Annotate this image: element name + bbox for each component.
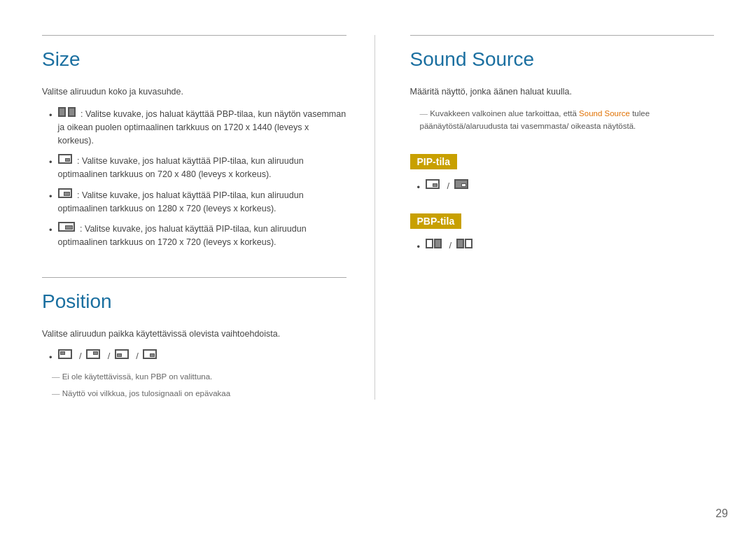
pos-icon-tl bbox=[58, 349, 72, 359]
pip-bl bbox=[117, 353, 122, 357]
list-item: • : Valitse kuvake, jos haluat käyttää P… bbox=[49, 107, 346, 147]
pbp-tila-icons: / bbox=[426, 239, 475, 253]
position-desc: Valitse aliruudun paikka käytettävissä o… bbox=[42, 327, 346, 341]
pip-wrap-med bbox=[58, 188, 72, 198]
pip-dark-wrap bbox=[454, 179, 468, 189]
left-column: Size Valitse aliruudun koko ja kuvasuhde… bbox=[42, 35, 375, 400]
bullet-dot: • bbox=[49, 108, 52, 122]
pip-small-icon bbox=[58, 154, 72, 164]
list-item-content: : Valitse kuvake, jos haluat käyttää PIP… bbox=[58, 222, 346, 249]
pip-tila-icons: / bbox=[426, 179, 471, 193]
bullet-dot: • bbox=[417, 181, 421, 195]
position-title: Position bbox=[42, 290, 346, 313]
pbp-dark-left-icon bbox=[456, 239, 472, 248]
position-note2: Näyttö voi vilkkua, jos tulosignaali on … bbox=[42, 388, 346, 400]
size-title: Size bbox=[42, 48, 346, 71]
bullet-dot: • bbox=[49, 155, 52, 169]
bullet-dot: • bbox=[49, 190, 52, 204]
slash2: / bbox=[108, 351, 111, 361]
pip-med-icon bbox=[58, 188, 72, 198]
slash-pbp: / bbox=[449, 240, 452, 251]
screen-half-dark2 bbox=[68, 107, 76, 117]
top-divider bbox=[42, 35, 346, 36]
pip-large-icon bbox=[58, 222, 75, 232]
pip-wrap bbox=[58, 154, 72, 164]
pip-tila-item: • / bbox=[417, 179, 715, 195]
pos-wrap-bl bbox=[115, 349, 129, 359]
pos-wrap-tr bbox=[86, 349, 100, 359]
list-item-content: : Valitse kuvake, jos haluat käyttää PBP… bbox=[58, 107, 346, 147]
slash-pip: / bbox=[447, 181, 450, 191]
pbp-wide-icon bbox=[58, 107, 76, 117]
pip-inner-white bbox=[433, 183, 438, 187]
pos-wrap-br bbox=[143, 349, 157, 359]
pip-tr bbox=[93, 351, 98, 355]
pip-tl bbox=[60, 351, 65, 355]
pbp-tila-list: • / bbox=[410, 239, 715, 254]
bullet-dot: • bbox=[49, 223, 52, 237]
pip-inner-med bbox=[64, 192, 70, 196]
sound-desc: Määritä näyttö, jonka äänen haluat kuull… bbox=[410, 85, 715, 99]
pos-icon-br bbox=[143, 349, 157, 359]
pbp-dual-dark bbox=[456, 239, 472, 248]
pip-tila-badge: PIP-tila bbox=[410, 154, 457, 169]
page-number: 29 bbox=[715, 507, 728, 520]
list-item: • : Valitse kuvake, jos haluat käyttää P… bbox=[49, 154, 346, 181]
pip-inner bbox=[65, 158, 70, 162]
slash3: / bbox=[136, 351, 139, 361]
pip-br bbox=[150, 353, 155, 357]
pbp-white-left-icon bbox=[426, 239, 442, 248]
position-icons-row: / / / bbox=[58, 349, 160, 363]
screen-half-dark bbox=[58, 107, 66, 117]
pos-icon-bl bbox=[115, 349, 129, 359]
list-item: • : Valitse kuvake, jos haluat käyttää P… bbox=[49, 222, 346, 249]
sound-note-box: Kuvakkeen valkoinen alue tarkoittaa, ett… bbox=[410, 107, 715, 133]
pip-white-icon bbox=[426, 179, 440, 189]
position-divider bbox=[42, 277, 346, 278]
pip-inner-large bbox=[65, 225, 73, 230]
pip-dark-icon bbox=[454, 179, 468, 189]
slash1: / bbox=[79, 351, 82, 361]
sound-source-title: Sound Source bbox=[410, 48, 715, 71]
size-bullet-list: • : Valitse kuvake, jos haluat käyttää P… bbox=[42, 107, 346, 249]
pbp-left-white bbox=[426, 239, 433, 248]
pip-wrap-large bbox=[58, 222, 75, 232]
sound-source-link: Sound Source bbox=[579, 109, 630, 118]
list-item-content: : Valitse kuvake, jos haluat käyttää PIP… bbox=[58, 188, 346, 216]
list-item-position: • / / bbox=[49, 349, 346, 365]
pos-wrap-tl bbox=[58, 349, 72, 359]
pbp-right-dark bbox=[434, 239, 442, 248]
bullet-dot: • bbox=[417, 240, 421, 254]
pbp-dual-white bbox=[426, 239, 442, 248]
position-section: Position Valitse aliruudun paikka käytet… bbox=[42, 277, 346, 400]
pip-inner-dark bbox=[461, 183, 466, 187]
pbp-left-dark bbox=[456, 239, 464, 248]
pbp-tila-badge: PBP-tila bbox=[410, 213, 462, 229]
right-column: Sound Source Määritä näyttö, jonka äänen… bbox=[375, 35, 715, 400]
pbp-tila-item: • / bbox=[417, 239, 715, 254]
pip-white-wrap bbox=[426, 179, 440, 189]
right-top-divider bbox=[410, 35, 715, 36]
pip-tila-list: • / bbox=[410, 179, 715, 195]
pbp-right-white bbox=[465, 239, 472, 248]
bullet-dot: • bbox=[49, 351, 52, 365]
pos-icon-tr bbox=[86, 349, 100, 359]
list-item: • : Valitse kuvake, jos haluat käyttää P… bbox=[49, 188, 346, 216]
size-desc: Valitse aliruudun koko ja kuvasuhde. bbox=[42, 85, 346, 99]
list-item-content: : Valitse kuvake, jos haluat käyttää PIP… bbox=[58, 154, 346, 181]
position-bullet-list: • / / bbox=[42, 349, 346, 365]
position-note1: Ei ole käytettävissä, kun PBP on valittu… bbox=[42, 371, 346, 383]
